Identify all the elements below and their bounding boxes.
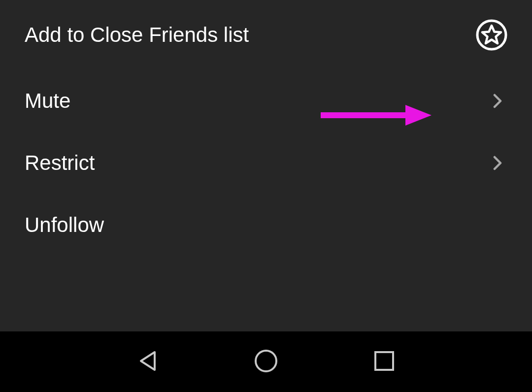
menu-item-close-friends[interactable]: Add to Close Friends list [0,0,532,70]
svg-point-3 [256,351,276,371]
android-nav-bar [0,331,532,392]
nav-recent-button[interactable] [369,347,399,377]
svg-rect-4 [375,352,393,370]
nav-home-button[interactable] [251,347,281,377]
circle-home-icon [253,348,279,376]
menu-item-label: Add to Close Friends list [25,23,476,47]
nav-back-button[interactable] [133,347,163,377]
square-recent-icon [371,348,397,376]
star-circle-icon [476,19,507,51]
menu-item-label: Unfollow [25,213,507,237]
triangle-back-icon [135,348,161,376]
chevron-right-icon [488,91,507,111]
chevron-right-icon [488,153,507,173]
menu-container: Add to Close Friends list Mute Restrict … [0,0,532,331]
menu-item-label: Restrict [25,151,488,175]
menu-item-mute[interactable]: Mute [0,70,532,132]
menu-item-restrict[interactable]: Restrict [0,132,532,194]
menu-item-unfollow[interactable]: Unfollow [0,194,532,256]
menu-item-label: Mute [25,89,488,113]
